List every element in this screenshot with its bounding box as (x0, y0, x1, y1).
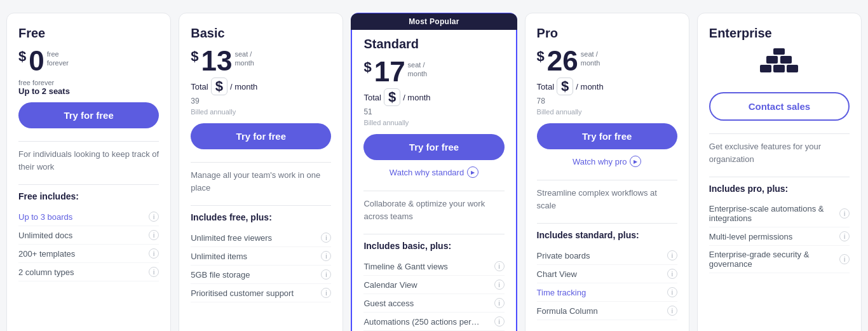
feature-text-basic-0: Unlimited free viewers (191, 233, 272, 243)
divider2-enterprise (709, 177, 850, 177)
price-row-basic: $ 13 seat / month (191, 47, 331, 75)
info-icon-basic-3[interactable]: i (321, 288, 331, 298)
divider-pro (537, 180, 677, 180)
plan-description-basic: Manage all your team's work in one place (191, 169, 331, 194)
svg-rect-2 (787, 65, 798, 72)
feature-text-pro-3: Formula Column (537, 306, 598, 316)
divider-basic (191, 162, 331, 163)
divider2-free (18, 184, 159, 185)
info-icon-free-2[interactable]: i (149, 248, 159, 259)
feature-text-free-3: 2 column types (18, 267, 74, 277)
price-details-standard: seat / month (408, 60, 428, 79)
per-month-label-pro: / month (576, 82, 603, 91)
feature-list-standard: Timeline & Gantt views i Calendar View i… (363, 257, 504, 331)
price-amount-pro: 26 (547, 47, 578, 75)
info-icon-pro-1[interactable]: i (667, 269, 677, 279)
feature-item-enterprise-1: Multi-level permissions i (709, 227, 850, 246)
svg-rect-0 (760, 65, 771, 72)
per-month-label-basic: / month (230, 82, 257, 91)
feature-item-standard-3: Automations (250 actions per… i (363, 313, 504, 331)
info-icon-basic-2[interactable]: i (321, 269, 331, 280)
divider2-basic (191, 205, 331, 206)
info-icon-basic-1[interactable]: i (321, 251, 331, 261)
plan-description-pro: Streamline complex workflows at scale (537, 187, 677, 212)
feature-text-basic-2: 5GB file storage (191, 270, 250, 280)
feature-text-standard-1: Calendar View (363, 280, 417, 290)
total-row-pro: Total $ / month (537, 78, 677, 95)
price-sublabel1-standard: seat / (408, 60, 428, 69)
price-amount-free: 0 (29, 47, 44, 75)
divider2-pro (537, 223, 677, 224)
cta-button-standard[interactable]: Try for free (363, 134, 504, 160)
feature-text-basic-3: Prioritised customer support (191, 288, 294, 298)
divider-enterprise (709, 133, 850, 134)
total-text-standard: Total (363, 93, 381, 102)
watch-link-pro[interactable]: Watch why pro ▶ (537, 156, 677, 167)
info-icon-standard-2[interactable]: i (494, 298, 505, 308)
price-sublabel2-pro: month (581, 58, 600, 67)
feature-text-free-0: Up to 3 boards (18, 212, 72, 222)
plan-description-free: For individuals looking to keep track of… (18, 148, 159, 173)
includes-title-basic: Includes free, plus: (191, 212, 331, 222)
info-icon-free-1[interactable]: i (149, 230, 159, 240)
feature-item-pro-0: Private boards i (537, 247, 677, 265)
feature-text-pro-0: Private boards (537, 251, 590, 260)
price-dollar-pro: $ (537, 48, 545, 65)
info-icon-standard-0[interactable]: i (494, 261, 505, 271)
feature-text-standard-3: Automations (250 actions per… (363, 317, 479, 327)
most-popular-badge: Most Popular (351, 13, 517, 30)
price-sublabel1-free: free (47, 50, 69, 58)
cta-button-enterprise[interactable]: Contact sales (709, 92, 850, 121)
free-forever-label: free forever (18, 79, 159, 86)
info-icon-enterprise-1[interactable]: i (839, 231, 850, 241)
price-details-basic: seat / month (234, 50, 254, 68)
cta-button-basic[interactable]: Try for free (191, 123, 331, 149)
info-icon-pro-2[interactable]: i (667, 287, 677, 297)
plan-card-enterprise: Enterprise Contact salesGet exclusive fe… (697, 13, 862, 331)
billed-label-pro: Billed annually (537, 108, 677, 116)
plan-name-free: Free (18, 26, 159, 41)
plan-name-pro: Pro (537, 26, 677, 41)
feature-list-basic: Unlimited free viewers i Unlimited items… (191, 229, 331, 302)
watch-link-text-pro: Watch why pro (573, 157, 627, 166)
feature-item-basic-3: Prioritised customer support i (191, 284, 331, 302)
plan-card-pro: Pro $ 26 seat / month Total $ / month 78… (525, 13, 689, 331)
feature-item-free-1: Unlimited docs i (18, 226, 159, 245)
feature-text-pro-1: Chart View (537, 269, 577, 279)
divider2-standard (363, 234, 504, 234)
feature-text-free-1: Unlimited docs (18, 231, 72, 240)
info-icon-free-3[interactable]: i (149, 267, 159, 277)
feature-item-standard-1: Calendar View i (363, 276, 504, 294)
info-icon-enterprise-2[interactable]: i (839, 254, 850, 264)
feature-item-free-2: 200+ templates i (18, 245, 159, 263)
plan-card-basic: Basic $ 13 seat / month Total $ / month … (179, 13, 343, 331)
info-icon-pro-3[interactable]: i (667, 306, 677, 316)
total-amount-pro: 78 (537, 97, 677, 105)
info-icon-enterprise-0[interactable]: i (839, 208, 850, 219)
cta-button-free[interactable]: Try for free (18, 102, 159, 128)
pricing-grid: Free $ 0 free forever free foreverUp to … (6, 13, 862, 331)
total-dollar-sign-standard: $ (384, 88, 400, 106)
feature-item-free-3: 2 column types i (18, 263, 159, 281)
feature-text-enterprise-0: Enterprise-scale automations & integrati… (709, 204, 839, 223)
billed-label-basic: Billed annually (191, 108, 331, 116)
info-icon-standard-3[interactable]: i (494, 316, 505, 327)
cta-button-pro[interactable]: Try for free (537, 123, 677, 149)
includes-title-free: Free includes: (18, 191, 159, 201)
feature-item-basic-2: 5GB file storage i (191, 266, 331, 284)
watch-link-text-standard: Watch why standard (390, 168, 464, 177)
feature-list-enterprise: Enterprise-scale automations & integrati… (709, 200, 850, 273)
info-icon-pro-0[interactable]: i (667, 250, 677, 260)
feature-item-basic-1: Unlimited items i (191, 247, 331, 266)
plan-name-standard: Standard (363, 37, 504, 51)
price-details-free: free forever (47, 50, 69, 68)
price-dollar-standard: $ (363, 59, 371, 76)
info-icon-free-0[interactable]: i (149, 212, 159, 222)
price-amount-standard: 17 (374, 58, 405, 86)
includes-title-pro: Includes standard, plus: (537, 230, 677, 240)
watch-link-standard[interactable]: Watch why standard ▶ (363, 166, 504, 178)
svg-rect-1 (773, 65, 785, 72)
info-icon-standard-1[interactable]: i (494, 280, 505, 290)
info-icon-basic-0[interactable]: i (321, 233, 331, 243)
price-amount-basic: 13 (201, 47, 232, 75)
